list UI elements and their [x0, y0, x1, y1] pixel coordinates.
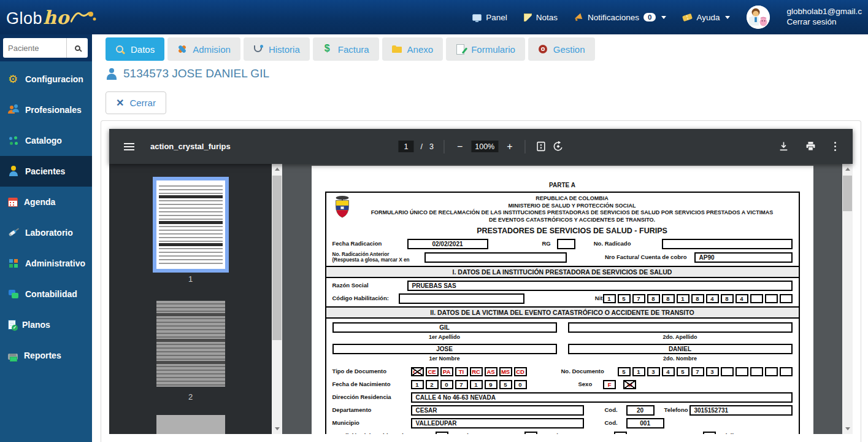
furips-form: REPUBLICA DE COLOMBIA MINISTERIO DE SALU…	[325, 192, 800, 434]
nav-ayuda[interactable]: Ayuda	[683, 13, 730, 22]
sidebar-item-planos[interactable]: Planos	[0, 309, 92, 340]
direccion-value: CALLE 4 No 46-63 NEVADA	[411, 392, 793, 403]
navbar-menu: Panel Notas Notificaciones 0 Ayuda	[472, 6, 862, 29]
radicacion-anterior-value	[424, 252, 567, 263]
thumbnail-page-2[interactable]	[156, 301, 225, 387]
overlap-squares-icon	[8, 289, 19, 300]
scrollbar-thumb[interactable]	[272, 176, 282, 340]
field-label: Código Habilitación:	[332, 295, 399, 302]
nro-factura-value: AP90	[694, 252, 793, 263]
patient-search-button[interactable]	[66, 38, 88, 58]
nav-panel[interactable]: Panel	[472, 13, 507, 22]
download-icon[interactable]	[778, 141, 789, 152]
pdf-scrollbar[interactable]	[842, 164, 853, 434]
field-label: Condición del Accidentado:	[332, 433, 436, 434]
sidebar-item-pacientes[interactable]: Pacientes	[0, 156, 92, 187]
logout-link[interactable]: Cerrar sesión	[786, 17, 862, 28]
field-label: Nro Factura/ Cuenta de cobro	[605, 254, 687, 261]
zoom-level[interactable]: 100%	[471, 141, 498, 152]
person-icon	[106, 68, 118, 80]
scroll-up-arrow[interactable]	[842, 164, 853, 174]
field-label: No. Documento	[561, 368, 604, 375]
sidebar-item-laboratorio[interactable]: Laboratorio	[0, 217, 92, 248]
tab-admision[interactable]: Admision	[167, 37, 240, 61]
form-subtitle: PRESTADORES DE SERVICIOS DE SALUD - FURI…	[352, 227, 793, 235]
syringe-icon	[8, 227, 19, 238]
people-icon	[8, 104, 19, 115]
fit-page-button[interactable]	[536, 141, 547, 152]
scroll-down-arrow[interactable]	[272, 424, 282, 434]
pdf-main-view: PARTE A	[282, 164, 842, 434]
avatar-illustration-icon	[747, 6, 770, 29]
field-label: No. Radicación Anterior (Respuesta a glo…	[332, 252, 424, 263]
sidebar-item-administrativo[interactable]: Administrativo	[0, 248, 92, 279]
tab-factura[interactable]: Factura	[313, 37, 379, 61]
fecha-nacimiento-cells: 12071950	[411, 380, 527, 389]
page-total: 3	[429, 142, 434, 151]
municipio-cod-value: 001	[626, 418, 664, 428]
sidebar-item-configuracion[interactable]: Configuracion	[0, 64, 92, 95]
field-label: 1er Apellido	[332, 334, 557, 340]
sidebar-item-profesionales[interactable]: Profesionales	[0, 95, 92, 125]
gestion-badge-icon	[538, 44, 548, 54]
colombia-coat-of-arms-icon	[332, 195, 352, 220]
sidebar-item-reportes[interactable]: Reportes	[0, 340, 92, 371]
nav-notas[interactable]: Notas	[524, 13, 558, 22]
tab-anexo[interactable]: Anexo	[382, 37, 444, 61]
notification-icon	[574, 14, 583, 21]
globho-logo[interactable]: Globho	[6, 7, 96, 28]
catalog-dots-icon	[8, 135, 19, 146]
form-ministry: MINISTERIO DE SALUD Y PROTECCIÓN SOCIAL	[352, 203, 793, 210]
sidebar-item-contabilidad[interactable]: Contabilidad	[0, 279, 92, 309]
print-icon[interactable]	[805, 141, 816, 152]
fecha-radicacion-value: 02/02/2021	[407, 239, 488, 249]
close-button[interactable]: ✕ Cerrar	[106, 91, 166, 114]
sidebar-item-catalogo[interactable]: Catalogo	[0, 125, 92, 156]
menu-icon[interactable]	[124, 143, 134, 150]
zoom-out-button[interactable]: −	[455, 141, 464, 152]
help-ticket-icon	[682, 13, 693, 21]
patient-search	[0, 34, 92, 61]
rotate-button[interactable]	[553, 141, 564, 152]
scrollbar-thumb[interactable]	[843, 176, 852, 211]
thumbnail-page-2-preview	[156, 301, 225, 387]
thumbnail-page-3[interactable]	[156, 415, 225, 434]
chevron-down-icon	[725, 16, 730, 19]
pdf-toolbar: action_crystal_furips 1 / 3 − 100% +	[109, 129, 853, 164]
nombre2-value: DANIEL	[568, 344, 793, 354]
sidebar-item-agenda[interactable]: Agenda	[0, 187, 92, 217]
pdf-actions	[778, 141, 838, 152]
thumbnail-page-1[interactable]	[156, 180, 225, 269]
field-label: Departamento	[332, 407, 411, 414]
tab-historia[interactable]: Historia	[244, 37, 310, 61]
field-label: 2do. Apellido	[568, 334, 793, 340]
user-avatar[interactable]	[747, 6, 770, 29]
tab-datos[interactable]: Datos	[106, 37, 164, 61]
no-radicado-value	[662, 239, 793, 249]
pdf-page: PARTE A	[312, 166, 813, 434]
logo-text-2: ho	[43, 7, 69, 28]
note-icon	[524, 14, 532, 21]
more-options-icon[interactable]	[832, 142, 838, 151]
nav-notificaciones[interactable]: Notificaciones 0	[574, 13, 666, 22]
thumbnail-scrollbar[interactable]	[272, 164, 282, 434]
sexo-f-cell: F	[603, 380, 616, 389]
tab-formulario[interactable]: Formulario	[446, 37, 525, 61]
page-number-input[interactable]: 1	[398, 141, 413, 152]
tab-gestion[interactable]: Gestion	[528, 37, 595, 61]
rg-value	[557, 239, 575, 249]
field-label: 1er Nombre	[332, 355, 557, 362]
field-label: Sexo	[578, 381, 593, 388]
scroll-down-arrow[interactable]	[842, 424, 853, 434]
field-label: Telefono	[664, 407, 688, 414]
pdf-thumbnail-panel: 1 2	[109, 164, 272, 434]
patient-tabbar: Datos Admision Historia Factura Anexo Fo…	[92, 34, 868, 61]
magnifier-icon	[115, 44, 125, 54]
no-documento-cells: 5134573	[618, 367, 793, 376]
patient-search-input[interactable]	[3, 38, 66, 58]
document-check-icon	[8, 320, 16, 330]
scroll-up-arrow[interactable]	[272, 164, 282, 174]
sexo-m-cell: M	[623, 380, 636, 389]
zoom-in-button[interactable]: +	[505, 141, 514, 152]
close-icon: ✕	[116, 98, 124, 108]
